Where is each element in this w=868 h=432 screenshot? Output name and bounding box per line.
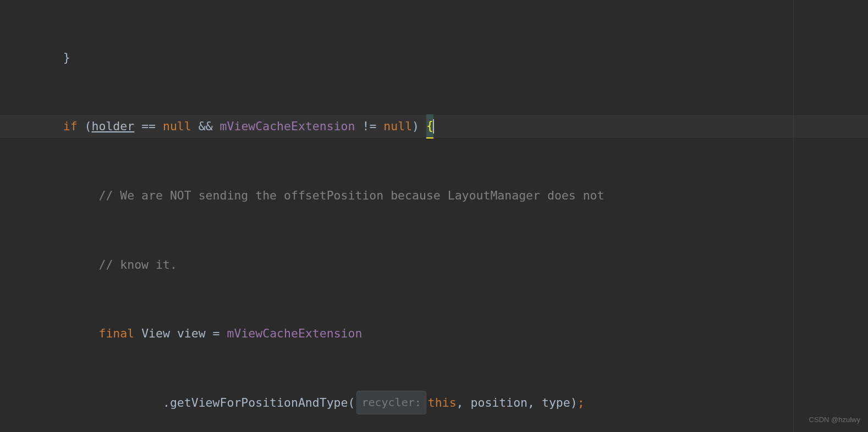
code-line: // know it. — [0, 253, 868, 276]
parameter-hint: recycler: — [356, 391, 426, 414]
editor-ruler — [793, 0, 794, 432]
watermark-text: CSDN @hzulwy — [809, 413, 860, 427]
text-caret — [433, 119, 434, 134]
code-editor[interactable]: } if (holder == null && mViewCacheExtens… — [0, 0, 868, 432]
code-line-current: if (holder == null && mViewCacheExtensio… — [0, 115, 868, 138]
code-line: final View view = mViewCacheExtension — [0, 322, 868, 345]
code-line: } — [0, 46, 868, 69]
code-line: // We are NOT sending the offsetPosition… — [0, 184, 868, 207]
code-line: .getViewForPositionAndType(recycler:this… — [0, 391, 868, 414]
